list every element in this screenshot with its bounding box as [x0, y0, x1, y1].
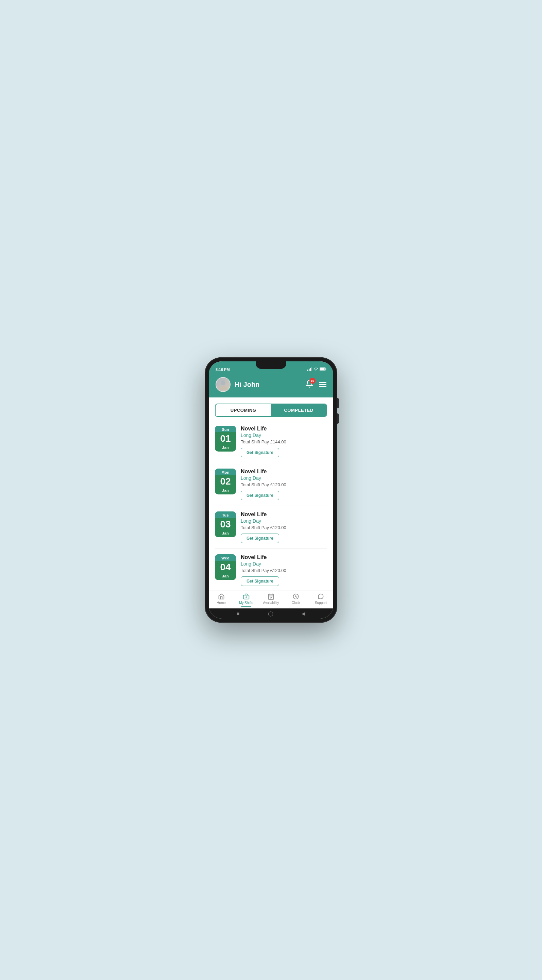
get-signature-button[interactable]: Get Signature [241, 533, 279, 543]
shift-info: Novel Life Long Day Total Shift Pay £120… [241, 511, 327, 543]
system-bar: ■ ◯ ◀ [209, 608, 333, 619]
main-content: UPCOMING COMPLETED Sun 01 Jan Novel Life… [209, 398, 333, 590]
shift-pay: Total Shift Pay £120.00 [241, 482, 327, 487]
app-header: Hi John 19 [209, 374, 333, 398]
shift-item: Tue 03 Jan Novel Life Long Day Total Shi… [215, 506, 327, 549]
nav-availability-label: Availability [263, 601, 279, 605]
bottom-nav: Home My Shifts [209, 590, 333, 609]
tab-completed[interactable]: COMPLETED [271, 404, 326, 416]
signal-icon [307, 367, 312, 372]
sys-back-btn[interactable]: ◀ [302, 611, 305, 616]
shift-info: Novel Life Long Day Total Shift Pay £120… [241, 469, 327, 500]
svg-rect-3 [311, 367, 312, 371]
shift-type: Long Day [241, 433, 327, 438]
svg-rect-1 [309, 369, 310, 371]
nav-my-shifts[interactable]: My Shifts [234, 593, 258, 608]
status-icons [307, 367, 326, 372]
day-name: Mon [215, 469, 236, 475]
day-num: 02 [215, 475, 236, 488]
svg-rect-2 [310, 368, 311, 371]
month: Jan [215, 573, 236, 580]
date-badge: Sun 01 Jan [215, 426, 236, 452]
day-num: 03 [215, 518, 236, 530]
svg-point-7 [221, 380, 225, 385]
sys-circle-btn[interactable]: ◯ [268, 611, 273, 616]
notification-badge: 19 [309, 378, 315, 384]
company-name: Novel Life [241, 426, 327, 432]
shift-type: Long Day [241, 518, 327, 524]
battery-icon [320, 367, 326, 372]
shift-type: Long Day [241, 561, 327, 566]
svg-rect-5 [326, 369, 326, 370]
sys-square-btn[interactable]: ■ [237, 611, 239, 616]
nav-active-indicator [241, 606, 251, 608]
header-left: Hi John [216, 377, 260, 392]
nav-home-label: Home [217, 601, 226, 605]
get-signature-button[interactable]: Get Signature [241, 491, 279, 500]
month: Jan [215, 488, 236, 495]
status-time: 8:10 PM [216, 368, 230, 372]
svg-point-8 [219, 386, 227, 390]
nav-clock[interactable]: Clock [284, 593, 308, 608]
svg-point-17 [295, 596, 296, 597]
date-badge: Wed 04 Jan [215, 554, 236, 580]
nav-availability[interactable]: Availability [258, 593, 283, 608]
nav-shifts-label: My Shifts [239, 601, 253, 605]
nav-home[interactable]: Home [209, 593, 234, 608]
date-badge: Mon 02 Jan [215, 469, 236, 495]
svg-rect-12 [269, 594, 274, 599]
nav-support[interactable]: Support [308, 593, 333, 608]
shift-pay: Total Shift Pay £144.00 [241, 439, 327, 444]
header-greeting: Hi John [235, 381, 260, 388]
day-num: 01 [215, 432, 236, 445]
day-name: Wed [215, 554, 236, 561]
header-right: 19 [305, 380, 326, 389]
nav-clock-label: Clock [292, 601, 300, 605]
wifi-icon [314, 367, 318, 372]
company-name: Novel Life [241, 511, 327, 517]
company-name: Novel Life [241, 554, 327, 560]
svg-rect-0 [307, 369, 308, 371]
day-name: Sun [215, 426, 236, 432]
shift-item: Mon 02 Jan Novel Life Long Day Total Shi… [215, 463, 327, 506]
tab-upcoming[interactable]: UPCOMING [216, 404, 271, 416]
month: Jan [215, 445, 236, 452]
shift-pay: Total Shift Pay £120.00 [241, 525, 327, 530]
date-badge: Tue 03 Jan [215, 511, 236, 537]
hamburger-menu[interactable] [319, 382, 326, 387]
day-name: Tue [215, 511, 236, 518]
shift-info: Novel Life Long Day Total Shift Pay £144… [241, 426, 327, 457]
shift-item: Sun 01 Jan Novel Life Long Day Total Shi… [215, 420, 327, 463]
shift-type: Long Day [241, 476, 327, 481]
tab-bar: UPCOMING COMPLETED [215, 404, 327, 417]
nav-support-label: Support [315, 601, 327, 605]
get-signature-button[interactable]: Get Signature [241, 448, 279, 457]
shift-info: Novel Life Long Day Total Shift Pay £120… [241, 554, 327, 586]
shift-pay: Total Shift Pay £120.00 [241, 568, 327, 573]
month: Jan [215, 530, 236, 537]
company-name: Novel Life [241, 469, 327, 475]
get-signature-button[interactable]: Get Signature [241, 576, 279, 586]
avatar[interactable] [216, 377, 231, 392]
day-num: 04 [215, 561, 236, 573]
svg-rect-6 [320, 368, 325, 370]
shift-list: Sun 01 Jan Novel Life Long Day Total Shi… [209, 420, 333, 590]
shift-item: Wed 04 Jan Novel Life Long Day Total Shi… [215, 549, 327, 590]
notification-bell[interactable]: 19 [305, 380, 314, 389]
